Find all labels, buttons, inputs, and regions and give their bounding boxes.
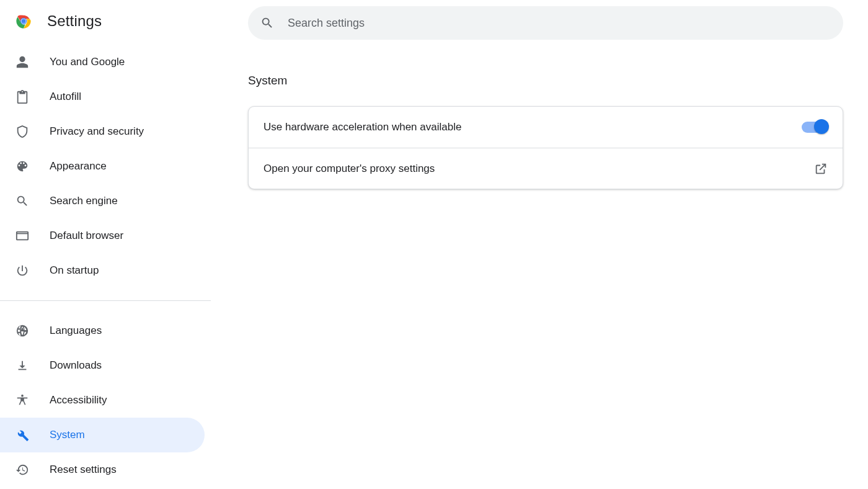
sidebar-item-privacy[interactable]: Privacy and security — [0, 114, 205, 149]
svg-point-3 — [22, 19, 26, 24]
search-bar[interactable] — [248, 6, 843, 40]
shield-icon — [15, 124, 30, 139]
main: System Use hardware acceleration when av… — [248, 6, 843, 189]
nav-label: Default browser — [50, 230, 123, 242]
sidebar-item-accessibility[interactable]: Accessibility — [0, 383, 205, 418]
nav-label: Languages — [50, 325, 102, 337]
nav: You and Google Autofill Privacy and secu… — [0, 45, 211, 487]
nav-label: System — [50, 429, 85, 441]
sidebar-item-on-startup[interactable]: On startup — [0, 253, 205, 288]
search-input[interactable] — [286, 16, 831, 30]
nav-label: Downloads — [50, 359, 102, 372]
accessibility-icon — [15, 393, 30, 408]
nav-label: Reset settings — [50, 464, 117, 476]
restore-icon — [15, 462, 30, 477]
sidebar-item-appearance[interactable]: Appearance — [0, 149, 205, 184]
nav-divider — [0, 300, 211, 301]
row-label: Open your computer's proxy settings — [264, 163, 435, 175]
person-icon — [15, 55, 30, 70]
search-icon — [260, 16, 274, 30]
open-external-icon — [814, 162, 828, 176]
row-proxy-settings[interactable]: Open your computer's proxy settings — [249, 148, 843, 189]
wrench-icon — [15, 428, 30, 442]
search-icon — [15, 194, 30, 209]
row-hardware-accel[interactable]: Use hardware acceleration when available — [249, 107, 843, 148]
power-icon — [15, 263, 30, 278]
nav-label: Search engine — [50, 195, 118, 207]
settings-card: Use hardware acceleration when available… — [248, 106, 843, 189]
sidebar-item-languages[interactable]: Languages — [0, 313, 205, 348]
nav-label: Appearance — [50, 160, 107, 173]
chrome-logo-icon — [15, 12, 32, 30]
nav-label: On startup — [50, 264, 99, 277]
download-icon — [15, 358, 30, 373]
sidebar-item-you-and-google[interactable]: You and Google — [0, 45, 205, 79]
sidebar-item-reset[interactable]: Reset settings — [0, 452, 205, 487]
sidebar-item-search-engine[interactable]: Search engine — [0, 184, 205, 218]
nav-label: Autofill — [50, 91, 81, 103]
nav-label: You and Google — [50, 56, 125, 68]
sidebar-item-system[interactable]: System — [0, 418, 205, 452]
nav-label: Accessibility — [50, 394, 107, 406]
sidebar-item-autofill[interactable]: Autofill — [0, 79, 205, 114]
browser-icon — [15, 228, 30, 243]
brand: Settings — [0, 10, 211, 45]
sidebar: Settings You and Google Autofill Privacy… — [0, 0, 211, 489]
nav-label: Privacy and security — [50, 125, 144, 138]
clipboard-icon — [15, 89, 30, 104]
section-title: System — [248, 74, 843, 87]
globe-icon — [15, 323, 30, 338]
toggle-hardware-accel[interactable] — [802, 122, 828, 133]
app-title: Settings — [47, 12, 102, 30]
sidebar-item-default-browser[interactable]: Default browser — [0, 218, 205, 253]
sidebar-item-downloads[interactable]: Downloads — [0, 348, 205, 383]
palette-icon — [15, 159, 30, 174]
row-label: Use hardware acceleration when available — [264, 121, 461, 133]
